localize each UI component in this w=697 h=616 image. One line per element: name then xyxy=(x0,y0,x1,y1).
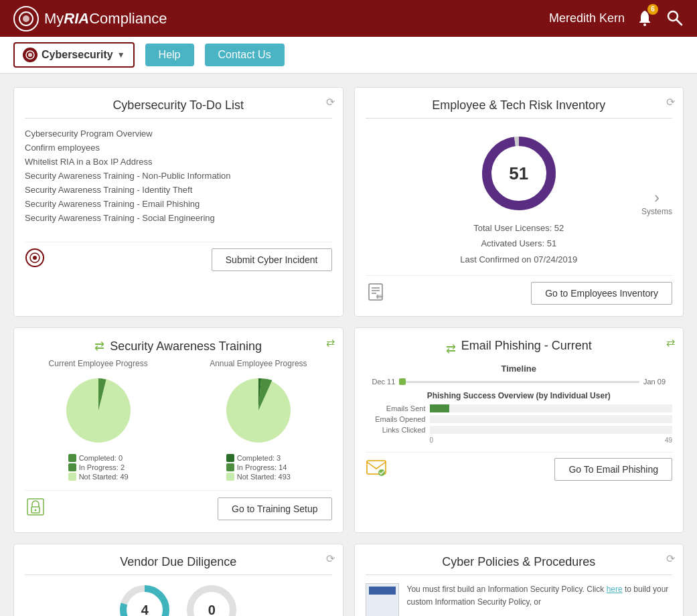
svg-point-2 xyxy=(643,23,646,26)
header: MyRIACompliance Meredith Kern 6 xyxy=(0,0,697,37)
todo-list: Cybersecurity Program Overview Confirm e… xyxy=(25,127,332,234)
training-lock-icon xyxy=(25,496,46,522)
sat-card-footer: Go to Training Setup xyxy=(25,490,332,522)
svg-point-9 xyxy=(33,256,37,260)
svg-point-24 xyxy=(35,510,37,512)
sat-current-label: Current Employee Progress xyxy=(49,359,148,368)
policies-content: You must first build an Information Secu… xyxy=(366,583,673,616)
contact-button[interactable]: Contact Us xyxy=(205,44,285,66)
risk-refresh-icon[interactable]: ⟳ xyxy=(666,96,675,108)
notification-count: 6 xyxy=(647,4,658,15)
header-right: Meredith Kern 6 xyxy=(549,8,684,29)
sat-card: ⇄ ⇄ Security Awareness Training Current … xyxy=(13,327,343,533)
risk-donut-chart: 51 xyxy=(479,133,559,214)
go-to-training-setup-button[interactable]: Go to Training Setup xyxy=(218,497,331,520)
todo-refresh-icon[interactable]: ⟳ xyxy=(326,96,335,108)
list-item[interactable]: Security Awareness Training - Identity T… xyxy=(25,183,332,197)
sat-current-col: Current Employee Progress Completed: 0 I… xyxy=(25,359,171,482)
submit-cyber-incident-button[interactable]: Submit Cyber Incident xyxy=(212,248,332,271)
timeline-end: Jan 09 xyxy=(643,378,666,386)
cybersecurity-nav-label: Cybersecurity xyxy=(42,49,113,61)
emails-sent-label: Emails Sent xyxy=(366,404,426,412)
policies-document-preview xyxy=(366,583,399,616)
vendor-donuts: 4 0 xyxy=(25,583,332,616)
sat-current-legend: Completed: 0 In Progress: 2 Not Started:… xyxy=(68,453,129,482)
links-clicked-label: Links Clicked xyxy=(366,426,426,434)
phishing-card-footer: Go To Email Phishing xyxy=(366,452,673,481)
vendor-refresh-icon[interactable]: ⟳ xyxy=(326,552,335,565)
notifications-bell[interactable]: 6 xyxy=(635,8,654,29)
sat-annual-pie xyxy=(222,374,295,447)
emails-opened-label: Emails Opened xyxy=(366,415,426,423)
svg-line-4 xyxy=(677,19,682,25)
todo-card-title: Cybersecurity To-Do List xyxy=(25,98,332,119)
cyber-shield-icon xyxy=(25,248,45,272)
risk-card: Employee & Tech Risk Inventory ⟳ 51 Tota… xyxy=(354,87,684,317)
header-left: MyRIACompliance xyxy=(13,6,167,31)
list-item[interactable]: Security Awareness Training - Email Phis… xyxy=(25,197,332,211)
list-item[interactable]: Confirm employees xyxy=(25,141,332,155)
emails-sent-fill xyxy=(430,404,449,412)
phishing-card: ⇄ ⇄ Email Phishing - Current Timeline De… xyxy=(354,327,684,533)
sat-title-row: ⇄ Security Awareness Training xyxy=(25,339,332,354)
policies-card-title: Cyber Policies & Procedures xyxy=(366,555,673,575)
sat-refresh-icon[interactable]: ⇄ xyxy=(326,336,335,349)
search-icon[interactable] xyxy=(665,8,684,29)
timeline-bar: Dec 11 Jan 09 xyxy=(366,378,673,386)
help-button[interactable]: Help xyxy=(145,44,194,66)
vendor-donut-2-value: 0 xyxy=(208,603,216,616)
sat-current-pie xyxy=(62,374,135,447)
sat-annual-label: Annual Employee Progress xyxy=(210,359,307,368)
timeline-label: Timeline xyxy=(366,364,673,374)
list-item[interactable]: Security Awareness Training - Non-Public… xyxy=(25,169,332,183)
user-name: Meredith Kern xyxy=(549,11,625,25)
phishing-x-axis: 0 49 xyxy=(430,437,673,444)
sat-annual-col: Annual Employee Progress Completed: 3 In… xyxy=(185,359,331,482)
policies-link[interactable]: here xyxy=(607,585,623,594)
cybersecurity-nav[interactable]: Cybersecurity ▼ xyxy=(13,42,135,68)
vendor-card: Vendor Due Diligence ⟳ 4 0 xyxy=(13,544,343,616)
x-axis-min: 0 xyxy=(430,437,434,444)
sat-sync-icon: ⇄ xyxy=(94,339,104,354)
vendor-card-title: Vendor Due Diligence xyxy=(25,555,332,575)
sat-annual-legend: Completed: 3 In Progress: 14 Not Started… xyxy=(226,453,291,482)
logo-icon xyxy=(13,6,39,31)
policies-card-body: You must first build an Information Secu… xyxy=(366,583,673,616)
svg-point-1 xyxy=(23,15,29,22)
todo-card-footer: Submit Cyber Incident xyxy=(25,242,332,272)
policies-card: Cyber Policies & Procedures ⟳ You must f… xyxy=(354,544,684,616)
phishing-bars: Emails Sent Emails Opened Links Clicked … xyxy=(366,404,673,444)
emails-opened-row: Emails Opened xyxy=(366,415,673,423)
vendor-donut-1: 4 xyxy=(118,583,171,616)
list-item[interactable]: Whitelist RIA in a Box IP Address xyxy=(25,155,332,169)
list-item[interactable]: Security Awareness Training - Social Eng… xyxy=(25,211,332,225)
sat-card-title: Security Awareness Training xyxy=(110,339,262,354)
policies-refresh-icon[interactable]: ⟳ xyxy=(666,552,675,565)
svg-point-6 xyxy=(28,53,32,57)
risk-donut-value: 51 xyxy=(509,163,528,184)
phishing-email-icon xyxy=(366,458,387,481)
list-item[interactable]: Cybersecurity Program Overview xyxy=(25,127,332,141)
cybersecurity-nav-icon xyxy=(23,48,37,62)
timeline-track xyxy=(399,381,639,383)
links-clicked-track xyxy=(430,426,673,434)
phishing-refresh-icon[interactable]: ⇄ xyxy=(666,336,675,349)
phishing-sync-icon: ⇄ xyxy=(446,341,456,356)
navbar: Cybersecurity ▼ Help Contact Us xyxy=(0,37,697,74)
main-content: Cybersecurity To-Do List ⟳ Cybersecurity… xyxy=(0,74,697,616)
phishing-overview-title: Phishing Success Overview (by Individual… xyxy=(366,391,673,400)
risk-stats: Total User Licenses: 52 Activated Users:… xyxy=(460,220,577,267)
systems-arrow[interactable]: › Systems xyxy=(641,188,672,216)
emails-sent-row: Emails Sent xyxy=(366,404,673,412)
risk-card-title: Employee & Tech Risk Inventory xyxy=(366,98,673,119)
policies-text: You must first build an Information Secu… xyxy=(407,583,673,609)
app-logo-text: MyRIACompliance xyxy=(44,10,167,27)
phishing-title-row: ⇄ Email Phishing - Current xyxy=(366,339,673,358)
sat-body: Current Employee Progress Completed: 0 I… xyxy=(25,359,332,482)
links-clicked-row: Links Clicked xyxy=(366,426,673,434)
todo-card: Cybersecurity To-Do List ⟳ Cybersecurity… xyxy=(13,87,343,317)
go-to-employees-inventory-button[interactable]: Go to Employees Inventory xyxy=(531,282,672,305)
risk-card-footer: Go to Employees Inventory xyxy=(366,275,673,305)
inventory-icon xyxy=(366,281,386,305)
go-to-email-phishing-button[interactable]: Go To Email Phishing xyxy=(554,458,672,481)
